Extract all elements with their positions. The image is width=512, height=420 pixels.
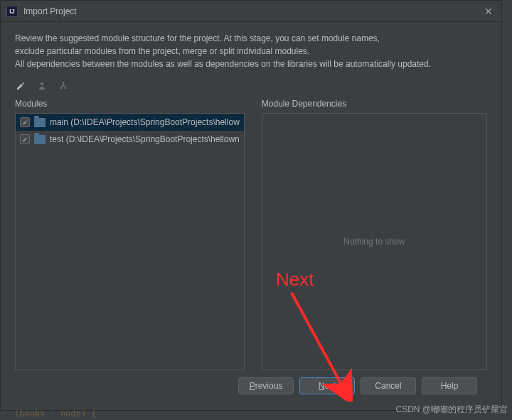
dependencies-label: Module Dependencies — [262, 99, 487, 109]
previous-button[interactable]: Previous — [238, 377, 294, 394]
dialog-body: Review the suggested module structure fo… — [1, 22, 501, 410]
description-line: exclude particular modules from the proj… — [15, 45, 487, 58]
module-name: main (D:\IDEA\Projects\SpringBootProject… — [50, 117, 240, 127]
merge-icon — [36, 80, 48, 92]
svg-point-3 — [65, 87, 67, 90]
rename-icon[interactable] — [15, 80, 26, 92]
svg-point-0 — [41, 82, 43, 85]
import-project-dialog: IJ Import Project ✕ Review the suggested… — [0, 0, 502, 411]
cancel-button[interactable]: Cancel — [361, 377, 416, 394]
modules-list[interactable]: ✓ main (D:\IDEA\Projects\SpringBootProje… — [15, 113, 245, 370]
app-icon: IJ — [6, 6, 18, 17]
description-line: All dependencies between the modules as … — [15, 58, 487, 70]
modules-column: Modules ✓ main (D:\IDEA\Projects\SpringB… — [15, 99, 245, 370]
module-name: test (D:\IDEA\Projects\SpringBootProject… — [50, 134, 240, 144]
module-checkbox[interactable]: ✓ — [20, 134, 30, 144]
help-button[interactable]: Help — [422, 377, 477, 394]
module-row[interactable]: ✓ main (D:\IDEA\Projects\SpringBootProje… — [16, 114, 244, 131]
empty-state: Nothing to show — [343, 237, 405, 247]
dependencies-list: Nothing to show — [262, 113, 487, 370]
description-line: Review the suggested module structure fo… — [15, 32, 487, 45]
module-checkbox[interactable]: ✓ — [20, 117, 30, 127]
button-bar: Previous Next Cancel Help — [15, 370, 487, 404]
window-title: Import Project — [23, 6, 481, 16]
split-icon — [58, 80, 69, 92]
folder-icon — [34, 135, 46, 144]
svg-point-2 — [60, 87, 63, 90]
modules-label: Modules — [15, 99, 245, 109]
content-area: Modules ✓ main (D:\IDEA\Projects\SpringB… — [15, 99, 487, 370]
module-row[interactable]: ✓ test (D:\IDEA\Projects\SpringBootProje… — [16, 131, 244, 148]
close-icon[interactable]: ✕ — [481, 6, 496, 17]
toolbar — [15, 79, 487, 96]
next-button[interactable]: Next — [299, 377, 355, 394]
svg-point-1 — [63, 82, 65, 84]
folder-icon — [34, 118, 46, 127]
dependencies-column: Module Dependencies Nothing to show — [262, 99, 487, 370]
titlebar: IJ Import Project ✕ — [1, 1, 501, 22]
